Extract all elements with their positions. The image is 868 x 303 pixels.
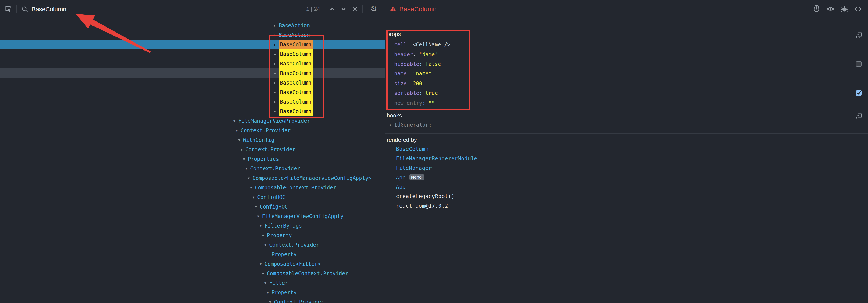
expanded-caret-icon[interactable]: ▾ <box>265 281 269 285</box>
collapsed-caret-icon[interactable]: ▸ <box>274 33 279 37</box>
hook-row[interactable]: ▸IdGenerator: <box>387 120 863 129</box>
expanded-caret-icon[interactable]: ▾ <box>257 214 262 218</box>
expanded-caret-icon[interactable]: ▾ <box>265 243 269 247</box>
tree-row[interactable]: ▾Properties <box>0 154 385 164</box>
tree-row[interactable]: ▾ComposableContext.Provider <box>0 183 385 192</box>
prop-row[interactable]: sortable:true <box>387 88 863 98</box>
rendered-by-link[interactable]: App <box>396 184 406 190</box>
prop-colon: : <box>422 100 425 106</box>
tree-row[interactable]: ▸BaseColumn <box>0 50 385 59</box>
prop-row[interactable]: cell:<CellName /> <box>387 40 863 50</box>
tree-row[interactable]: ▾ComposableContext.Provider <box>0 269 385 278</box>
prop-value[interactable]: false <box>425 61 441 67</box>
tree-row[interactable]: ▾FileManagerViewConfigApply <box>0 212 385 221</box>
previous-match-button[interactable] <box>327 3 337 15</box>
expanded-caret-icon[interactable]: ▾ <box>245 167 250 171</box>
collapsed-caret-icon[interactable]: ▸ <box>274 24 279 28</box>
prop-value[interactable]: <CellName /> <box>413 41 450 48</box>
expanded-caret-icon[interactable]: ▾ <box>255 205 260 209</box>
next-match-button[interactable] <box>338 3 349 15</box>
prop-value[interactable]: "Name" <box>419 51 438 57</box>
prop-value[interactable]: true <box>425 90 438 96</box>
expanded-caret-icon[interactable]: ▾ <box>262 234 267 237</box>
clear-search-button[interactable] <box>349 3 360 15</box>
prop-value[interactable]: 200 <box>413 81 422 87</box>
expanded-caret-icon[interactable]: ▾ <box>262 272 267 275</box>
expanded-caret-icon[interactable]: ▾ <box>248 176 252 180</box>
tree-row[interactable]: Property <box>0 250 385 259</box>
rendered-by-link[interactable]: App <box>396 174 406 181</box>
checkbox-unchecked[interactable] <box>856 61 862 67</box>
expanded-caret-icon[interactable]: ▾ <box>269 300 274 303</box>
tree-row[interactable]: ▾Context.Provider <box>0 240 385 250</box>
expanded-caret-icon[interactable]: ▾ <box>236 128 241 132</box>
tree-row[interactable]: ▾FilterByTags <box>0 221 385 231</box>
tree-row[interactable]: ▾Context.Provider <box>0 297 385 303</box>
expanded-caret-icon[interactable]: ▾ <box>243 157 248 161</box>
log-component-button[interactable] <box>839 4 850 13</box>
expanded-caret-icon[interactable]: ▾ <box>260 224 265 228</box>
tree-row-label: FileManagerViewConfigApply <box>262 213 343 219</box>
checkbox-checked[interactable] <box>856 90 862 96</box>
prop-row[interactable]: new entry:"" <box>387 98 863 108</box>
copy-hooks-button[interactable] <box>856 113 862 120</box>
tree-row[interactable]: ▸BaseColumn <box>0 107 385 116</box>
tree-row[interactable]: ▸BaseAction <box>0 21 385 30</box>
tree-row[interactable]: ▾WithConfig <box>0 135 385 145</box>
collapsed-caret-icon[interactable]: ▸ <box>274 71 279 75</box>
collapsed-caret-icon[interactable]: ▸ <box>274 110 279 113</box>
suspense-toggle-button[interactable] <box>811 4 822 13</box>
prop-row[interactable]: hideable:false <box>387 59 863 69</box>
collapsed-caret-icon[interactable]: ▸ <box>274 81 279 85</box>
rendered-by-link[interactable]: BaseColumn <box>396 146 429 152</box>
expanded-caret-icon[interactable]: ▾ <box>241 148 245 152</box>
inspect-dom-button[interactable] <box>825 4 836 13</box>
collapsed-caret-icon[interactable]: ▸ <box>274 52 279 56</box>
tree-row[interactable]: ▾ConfigHOC <box>0 192 385 202</box>
inspect-element-button[interactable] <box>0 0 17 18</box>
expanded-caret-icon[interactable]: ▾ <box>260 262 265 266</box>
tree-row[interactable]: ▸BaseColumn <box>0 68 385 78</box>
rendered-by-link[interactable]: FileManagerRendererModule <box>396 155 477 162</box>
tree-row[interactable]: ▸BaseColumn <box>0 40 385 50</box>
prop-row[interactable]: size:200 <box>387 79 863 88</box>
tree-row[interactable]: ▸BaseColumn <box>0 88 385 97</box>
collapsed-caret-icon[interactable]: ▸ <box>274 43 279 47</box>
copy-props-button[interactable] <box>856 32 862 38</box>
collapsed-caret-icon[interactable]: ▸ <box>274 90 279 94</box>
tree-row[interactable]: ▾Composable<Filter> <box>0 259 385 269</box>
tree-row[interactable]: ▾ConfigHOC <box>0 202 385 212</box>
expanded-caret-icon[interactable]: ▾ <box>267 291 272 295</box>
view-source-button[interactable] <box>852 4 864 13</box>
tree-row[interactable]: ▾Property <box>0 231 385 240</box>
search-input[interactable] <box>32 5 306 12</box>
rendered-by-item: react-dom@17.0.2 <box>387 201 863 210</box>
tree-row[interactable]: ▾Property <box>0 288 385 297</box>
tree-row[interactable]: ▾Composable<FileManagerViewConfigApply> <box>0 173 385 183</box>
tree-row[interactable]: ▸BaseColumn <box>0 97 385 107</box>
tree-row[interactable]: ▸BaseAction <box>0 30 385 40</box>
tree-row[interactable]: ▾Context.Provider <box>0 126 385 135</box>
expanded-caret-icon[interactable]: ▾ <box>234 119 238 123</box>
rendered-by-link[interactable]: FileManager <box>396 164 432 171</box>
tree-row[interactable]: ▾FileManagerViewProvider <box>0 116 385 126</box>
expanded-caret-icon[interactable]: ▾ <box>250 186 255 190</box>
tree-row[interactable]: ▸BaseColumn <box>0 78 385 88</box>
tree-row-label: Property <box>272 290 297 296</box>
expanded-caret-icon[interactable]: ▾ <box>252 195 257 199</box>
expanded-caret-icon[interactable]: ▾ <box>238 138 243 142</box>
component-tree: ▸BaseAction▸BaseAction▸BaseColumn▸BaseCo… <box>0 18 385 303</box>
collapsed-caret-icon[interactable]: ▸ <box>274 62 279 66</box>
prop-value[interactable]: "" <box>429 100 435 106</box>
tree-row[interactable]: ▾Context.Provider <box>0 164 385 173</box>
tree-row[interactable]: ▾Context.Provider <box>0 145 385 154</box>
collapsed-caret-icon[interactable]: ▸ <box>390 122 394 127</box>
prop-row[interactable]: header:"Name" <box>387 50 863 59</box>
settings-button[interactable]: ⚙ <box>368 2 380 16</box>
tree-row-label: Filter <box>269 280 288 286</box>
prop-value[interactable]: "name" <box>413 71 432 77</box>
tree-row[interactable]: ▸BaseColumn <box>0 59 385 68</box>
prop-row[interactable]: name:"name" <box>387 69 863 79</box>
collapsed-caret-icon[interactable]: ▸ <box>274 100 279 104</box>
tree-row[interactable]: ▾Filter <box>0 278 385 288</box>
